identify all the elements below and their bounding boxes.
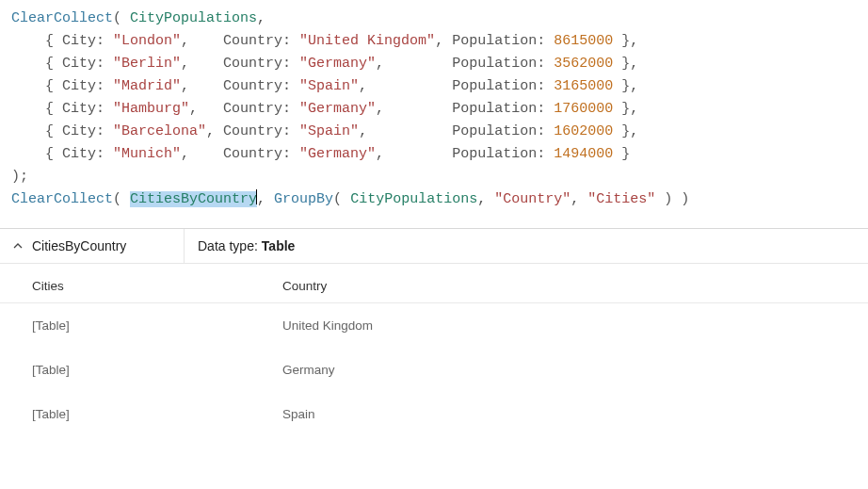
string-city: "Berlin" bbox=[113, 56, 181, 72]
string-arg: "Country" bbox=[494, 191, 571, 207]
string-country: "Spain" bbox=[299, 123, 359, 139]
string-country: "Germany" bbox=[299, 56, 376, 72]
number-population: 1602000 bbox=[554, 123, 613, 139]
identifier-citypopulations: CityPopulations bbox=[130, 10, 257, 26]
string-city: "Madrid" bbox=[113, 78, 181, 94]
string-city: "London" bbox=[113, 33, 181, 49]
cell-cities: [Table] bbox=[0, 392, 282, 436]
number-population: 3562000 bbox=[554, 56, 613, 72]
column-header-cities[interactable]: Cities bbox=[0, 269, 282, 302]
table-header-row: Cities Country bbox=[0, 269, 868, 303]
cell-country: Spain bbox=[282, 392, 565, 436]
function-name-groupby: GroupBy bbox=[274, 191, 333, 207]
cell-country: Germany bbox=[282, 348, 565, 392]
string-country: "Spain" bbox=[299, 78, 359, 94]
cell-cities: [Table] bbox=[0, 303, 282, 348]
result-type-value: Table bbox=[262, 238, 296, 253]
table-row[interactable]: [Table]Germany bbox=[0, 348, 868, 392]
function-name: ClearCollect bbox=[11, 10, 113, 26]
string-country: "United Kingdom" bbox=[299, 33, 435, 49]
column-header-country[interactable]: Country bbox=[282, 269, 565, 302]
string-country: "Germany" bbox=[299, 146, 376, 162]
string-city: "Munich" bbox=[113, 146, 181, 162]
number-population: 8615000 bbox=[554, 33, 613, 49]
table-row[interactable]: [Table]United Kingdom bbox=[0, 303, 868, 348]
identifier-citiesbycountry-selected: CitiesByCountry bbox=[130, 191, 257, 207]
chevron-up-icon bbox=[13, 241, 23, 251]
result-table: Cities Country [Table]United Kingdom[Tab… bbox=[0, 264, 868, 448]
string-country: "Germany" bbox=[299, 101, 376, 117]
number-population: 1494000 bbox=[554, 146, 613, 162]
close-statement: ); bbox=[11, 169, 28, 185]
string-city: "Hamburg" bbox=[113, 101, 189, 117]
identifier-citypopulations: CityPopulations bbox=[350, 191, 477, 207]
string-arg: "Cities" bbox=[587, 191, 655, 207]
result-name: CitiesByCountry bbox=[32, 238, 126, 253]
formula-editor[interactable]: ClearCollect( CityPopulations, { City: "… bbox=[0, 0, 868, 224]
string-city: "Barcelona" bbox=[113, 123, 206, 139]
cell-country: United Kingdom bbox=[282, 303, 565, 348]
number-population: 3165000 bbox=[554, 78, 613, 94]
result-name-toggle[interactable]: CitiesByCountry bbox=[0, 229, 185, 263]
result-header: CitiesByCountry Data type: Table bbox=[0, 229, 868, 264]
cell-cities: [Table] bbox=[0, 348, 282, 392]
function-name: ClearCollect bbox=[11, 191, 113, 207]
number-population: 1760000 bbox=[554, 101, 613, 117]
result-type-label: Data type: bbox=[198, 238, 258, 253]
result-type: Data type: Table bbox=[185, 229, 308, 263]
table-row[interactable]: [Table]Spain bbox=[0, 392, 868, 436]
